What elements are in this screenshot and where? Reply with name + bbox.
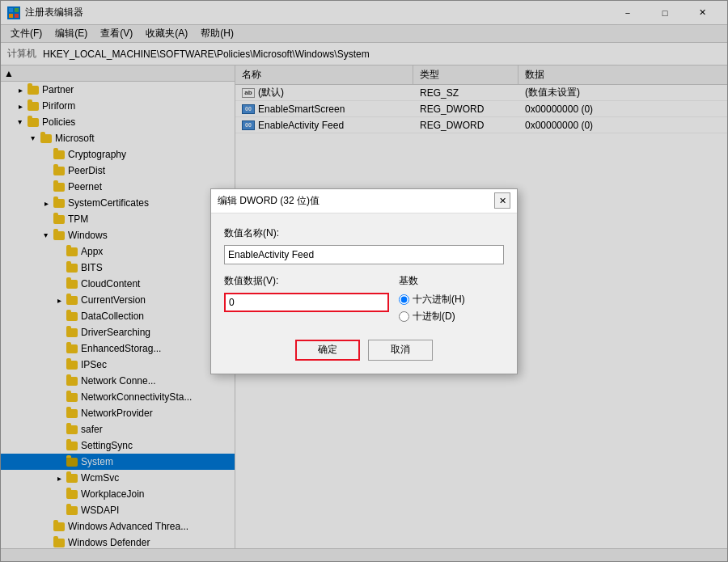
modal-title-bar: 编辑 DWORD (32 位)值 ✕ (211, 189, 517, 213)
value-data-label: 数值数据(V): (224, 274, 389, 288)
modal-title: 编辑 DWORD (32 位)值 (218, 194, 494, 208)
value-data-section: 数值数据(V): (224, 274, 389, 312)
edit-dword-dialog: 编辑 DWORD (32 位)值 ✕ 数值名称(N): 数值数据(V): 基数 … (210, 188, 518, 374)
cancel-button[interactable]: 取消 (368, 340, 433, 361)
value-name-input[interactable] (224, 245, 504, 264)
radio-hex-row: 十六进制(H) (399, 293, 504, 306)
modal-data-row: 数值数据(V): 基数 十六进制(H) 十进制(D) (224, 274, 504, 327)
radio-hex-label[interactable]: 十六进制(H) (413, 293, 465, 306)
value-data-input[interactable] (224, 293, 389, 312)
modal-buttons: 确定 取消 (224, 340, 504, 361)
base-label: 基数 (399, 274, 504, 288)
radio-dec-label[interactable]: 十进制(D) (413, 310, 455, 323)
base-section: 基数 十六进制(H) 十进制(D) (399, 274, 504, 327)
value-name-label: 数值名称(N): (224, 226, 504, 240)
radio-hex[interactable] (399, 294, 409, 305)
modal-close-button[interactable]: ✕ (494, 192, 510, 209)
modal-body: 数值名称(N): 数值数据(V): 基数 十六进制(H) 十进制(D) (211, 213, 517, 374)
ok-button[interactable]: 确定 (295, 340, 360, 361)
radio-dec-row: 十进制(D) (399, 310, 504, 323)
radio-dec[interactable] (399, 311, 409, 322)
modal-overlay: 编辑 DWORD (32 位)值 ✕ 数值名称(N): 数值数据(V): 基数 … (0, 0, 728, 562)
